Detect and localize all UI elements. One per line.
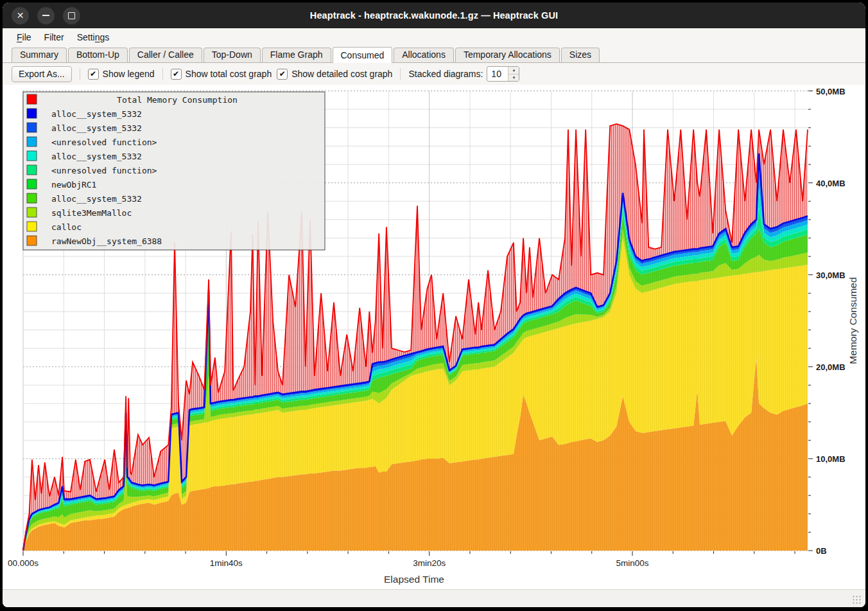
checkmark-icon: ✔ [277,69,288,80]
legend-item-label: calloc [51,222,82,232]
window-controls: ✕ [12,7,80,24]
titlebar: ✕ Heaptrack - heaptrack.wakunode.1.gz — … [3,3,865,28]
checkbox-show-detailed-cost-graph[interactable]: ✔Show detailed cost graph [277,69,392,80]
menu-file[interactable]: File [10,30,38,44]
x-tick-label: 3min20s [413,558,446,568]
spin-up-button[interactable]: ▲ [508,67,519,75]
checkbox-show-total-cost-graph[interactable]: ✔Show total cost graph [171,69,272,80]
tab-bottom-up[interactable]: Bottom-Up [68,48,128,62]
legend-item-label: alloc__system_5332 [51,109,142,119]
export-as-button[interactable]: Export As... [12,66,72,82]
tab-top-down[interactable]: Top-Down [204,48,261,62]
close-button[interactable]: ✕ [12,7,29,24]
checkbox-label: Show detailed cost graph [291,69,392,79]
maximize-button[interactable] [63,7,80,24]
chart-legend: Total Memory Consumptionalloc__system_53… [23,92,325,250]
checkbox-label: Show total cost graph [186,69,272,79]
stacked-diagrams-label: Stacked diagrams: [408,69,483,79]
stacked-diagrams-value[interactable]: 10 [487,67,508,81]
tab-temporary-allocations[interactable]: Temporary Allocations [455,48,560,62]
legend-item-label: <unresolved function> [51,137,157,147]
checkmark-icon: ✔ [88,69,99,80]
tab-consumed[interactable]: Consumed [333,47,393,63]
y-tick-label: 30,0MB [816,270,846,280]
toolbar-separator [400,68,401,80]
tab-caller-callee[interactable]: Caller / Callee [129,48,202,62]
legend-item-label: alloc__system_5332 [51,152,142,161]
legend-item-label: <unresolved function> [51,166,157,175]
minimize-icon [42,15,49,16]
tabbar: SummaryBottom-UpCaller / CalleeTop-DownF… [3,46,865,63]
tab-flame-graph[interactable]: Flame Graph [262,48,331,62]
y-tick-label: 10,0MB [816,454,846,464]
resize-grip-icon[interactable] [853,596,862,605]
tab-allocations[interactable]: Allocations [394,48,454,62]
x-tick-label: 5min00s [616,558,648,568]
spin-down-button[interactable]: ▼ [508,75,519,82]
legend-item-label: alloc__system_5332 [51,194,142,204]
toolbar-separator [80,68,80,80]
y-tick-label: 50,0MB [816,87,846,96]
legend-item-label: alloc__system_5332 [51,123,142,133]
x-tick-label: 1min40s [210,558,243,568]
y-tick-label: 40,0MB [816,179,846,188]
legend-item-label: newObjRC1 [51,180,96,190]
legend-title: Total Memory Consumption [117,95,238,105]
window-title: Heaptrack - heaptrack.wakunode.1.gz — He… [3,10,865,21]
checkbox-label: Show legend [103,69,155,79]
stacked-diagrams-spinbox[interactable]: 10 ▲ ▼ [487,66,519,82]
memory-consumption-chart[interactable]: 0B10,0MB20,0MB30,0MB40,0MB50,0MB00.000s1… [3,85,865,589]
maximize-icon [68,12,75,19]
menu-settings[interactable]: Settings [71,30,116,44]
tab-sizes[interactable]: Sizes [561,48,600,62]
heaptrack-window: ✕ Heaptrack - heaptrack.wakunode.1.gz — … [3,3,865,607]
y-axis-title: Memory Consumed [847,277,858,364]
toolbar: Export As... ✔Show legend✔Show total cos… [3,63,865,85]
toolbar-separator [162,68,163,80]
statusbar [3,589,865,607]
consumed-chart-canvas[interactable]: 0B10,0MB20,0MB30,0MB40,0MB50,0MB00.000s1… [3,85,865,589]
checkmark-icon: ✔ [171,69,182,80]
legend-item-label: sqlite3MemMalloc [51,208,132,218]
checkbox-show-legend[interactable]: ✔Show legend [88,69,155,80]
tab-summary[interactable]: Summary [12,48,67,62]
menubar: FileFilterSettings [3,28,865,46]
close-icon: ✕ [17,10,24,21]
legend-item-label: rawNewObj__system_6388 [51,236,162,246]
y-tick-label: 20,0MB [816,362,846,372]
x-tick-label: 00.000s [8,558,39,568]
minimize-button[interactable] [37,7,55,24]
menu-filter[interactable]: Filter [38,30,71,44]
x-axis-title: Elapsed Time [384,574,444,585]
y-tick-label: 0B [816,546,827,556]
